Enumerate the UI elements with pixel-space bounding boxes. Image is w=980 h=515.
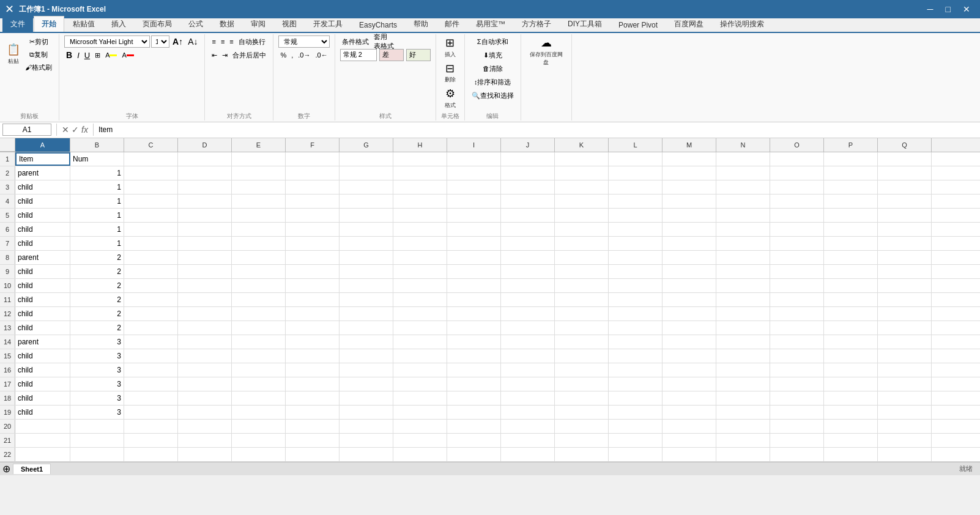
menu-tab-fangfang[interactable]: 方方格子 [514,16,559,32]
cell-k13[interactable] [555,321,609,335]
cell-j7[interactable] [501,237,555,250]
cell-o4[interactable] [770,195,824,208]
cell-p1[interactable] [824,152,878,166]
cell-a1[interactable]: Item [15,152,70,166]
cell-q13[interactable] [878,321,932,335]
align-right-button[interactable]: ≡ [228,35,235,48]
cell-b15[interactable]: 3 [70,349,124,363]
apply-table-format-button[interactable]: 套用表格式 [372,35,396,48]
cell-a16[interactable]: child [15,363,70,377]
row-number-6[interactable]: 6 [0,223,15,236]
cell-o6[interactable] [770,223,824,236]
cell-j16[interactable] [501,363,555,377]
col-header-b[interactable]: B [70,138,124,152]
cell-n7[interactable] [716,237,770,250]
col-header-e[interactable]: E [232,138,286,152]
cell-q17[interactable] [878,377,932,391]
cell-b9[interactable]: 2 [70,265,124,278]
cell-p22[interactable] [824,448,878,461]
cell-l16[interactable] [609,363,663,377]
cell-n18[interactable] [716,391,770,405]
border-button[interactable]: ⊞ [93,49,102,61]
cell-k16[interactable] [555,363,609,377]
cell-d10[interactable] [178,279,232,292]
cell-j4[interactable] [501,195,555,208]
cell-n2[interactable] [716,166,770,180]
cell-c7[interactable] [124,237,178,250]
cell-j11[interactable] [501,293,555,306]
cell-o22[interactable] [770,448,824,461]
cell-h9[interactable] [393,265,447,278]
cell-o8[interactable] [770,251,824,264]
bold-button[interactable]: B [64,49,74,61]
cell-q16[interactable] [878,363,932,377]
sort-filter-button[interactable]: ↕ 排序和筛选 [470,76,516,88]
cell-n20[interactable] [716,420,770,433]
cell-h13[interactable] [393,321,447,335]
cell-g5[interactable] [340,209,393,222]
decimal-decrease-button[interactable]: .0← [314,49,330,61]
row-number-18[interactable]: 18 [0,391,15,405]
confirm-formula-icon[interactable]: ✓ [72,125,79,135]
cell-f19[interactable] [286,406,340,419]
minimize-btn[interactable]: ─ [922,3,938,15]
row-number-13[interactable]: 13 [0,321,15,335]
cell-h6[interactable] [393,223,447,236]
cell-h12[interactable] [393,307,447,320]
cell-d13[interactable] [178,321,232,335]
indent-left-button[interactable]: ⇤ [210,49,219,61]
cell-k22[interactable] [555,448,609,461]
cell-c3[interactable] [124,180,178,194]
cell-p12[interactable] [824,307,878,320]
cell-g8[interactable] [340,251,393,264]
cell-g10[interactable] [340,279,393,292]
cell-k7[interactable] [555,237,609,250]
cell-e9[interactable] [232,265,286,278]
style-normal-box[interactable]: 常规 2 [340,49,377,61]
cell-q19[interactable] [878,406,932,419]
cell-h17[interactable] [393,377,447,391]
cell-k4[interactable] [555,195,609,208]
cell-m14[interactable] [663,335,716,349]
cell-a18[interactable]: child [15,391,70,405]
cell-k9[interactable] [555,265,609,278]
select-all-button[interactable] [0,138,15,152]
menu-tab-home[interactable]: 开始 [34,16,64,32]
cell-e22[interactable] [232,448,286,461]
underline-button[interactable]: U [83,49,92,61]
row-number-16[interactable]: 16 [0,363,15,377]
cell-c15[interactable] [124,349,178,363]
cell-i13[interactable] [447,321,501,335]
cell-f14[interactable] [286,335,340,349]
style-diff-box[interactable]: 差 [379,49,404,61]
cell-reference-box[interactable] [2,124,51,136]
cell-l4[interactable] [609,195,663,208]
cell-b21[interactable] [70,434,124,447]
cell-k6[interactable] [555,223,609,236]
cell-k18[interactable] [555,391,609,405]
cell-c1[interactable] [124,152,178,166]
cell-j3[interactable] [501,180,555,194]
wrap-text-button[interactable]: 自动换行 [237,35,267,48]
italic-button[interactable]: I [75,49,81,61]
cell-b4[interactable]: 1 [70,195,124,208]
cell-c9[interactable] [124,265,178,278]
cut-button[interactable]: ✂ 剪切 [23,35,54,48]
cell-i1[interactable] [447,152,501,166]
cell-j5[interactable] [501,209,555,222]
delete-cell-button[interactable]: ⊟ 删除 [442,61,459,86]
cell-c12[interactable] [124,307,178,320]
cell-i7[interactable] [447,237,501,250]
cancel-formula-icon[interactable]: ✕ [62,125,69,135]
col-header-m[interactable]: M [663,138,716,152]
cell-c10[interactable] [124,279,178,292]
cell-q14[interactable] [878,335,932,349]
cell-k11[interactable] [555,293,609,306]
cell-b1[interactable]: Num [70,152,124,166]
cell-i14[interactable] [447,335,501,349]
cell-l18[interactable] [609,391,663,405]
cell-g20[interactable] [340,420,393,433]
cell-i4[interactable] [447,195,501,208]
increase-font-button[interactable]: A↑ [171,35,185,48]
cell-l1[interactable] [609,152,663,166]
